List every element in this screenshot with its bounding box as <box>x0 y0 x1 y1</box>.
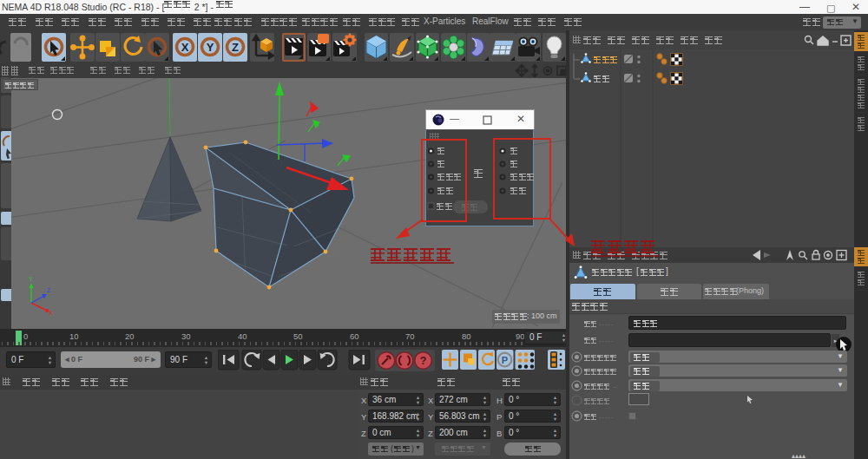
svg-text:Z: Z <box>47 287 51 293</box>
svg-text:X: X <box>181 41 189 54</box>
svg-text:P: P <box>502 355 508 365</box>
svg-text:Y: Y <box>29 276 33 282</box>
svg-text:X: X <box>49 310 53 316</box>
svg-text:Y: Y <box>207 41 214 54</box>
svg-text:Z: Z <box>232 41 239 54</box>
svg-text:?: ? <box>420 355 427 367</box>
